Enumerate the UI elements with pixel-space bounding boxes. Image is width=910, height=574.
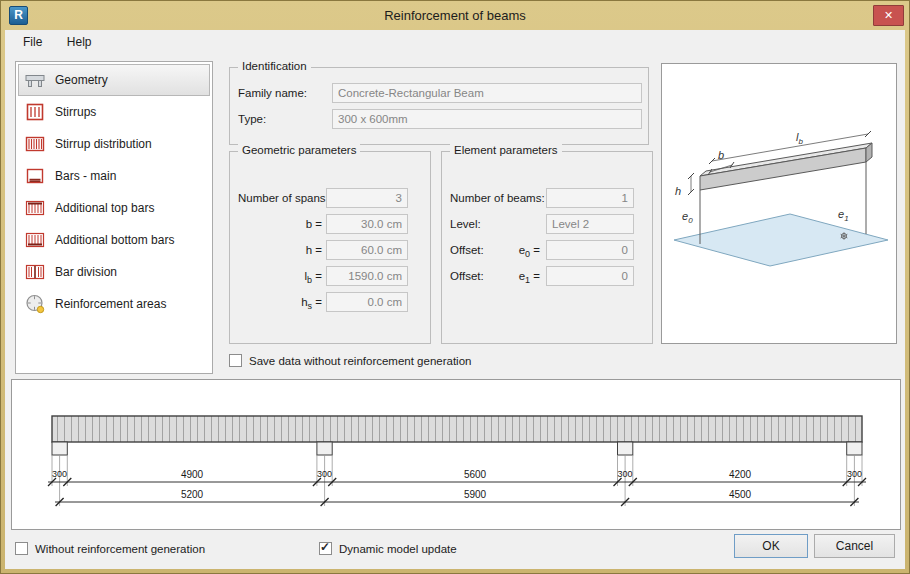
- sidebar-item-stirrups[interactable]: Stirrups: [18, 96, 210, 128]
- support-3: [618, 442, 633, 455]
- family-name-label: Family name:: [238, 87, 307, 99]
- b-dim-label: b: [718, 149, 724, 161]
- menu-item-help[interactable]: Help: [57, 30, 102, 54]
- sidebar-item-label: Geometry: [55, 73, 108, 87]
- checkmark-icon: ✓: [320, 540, 330, 554]
- without-reinforcement-checkbox-label: Without reinforcement generation: [35, 543, 205, 555]
- cancel-button[interactable]: Cancel: [814, 534, 895, 558]
- sidebar-item-label: Reinforcement areas: [55, 297, 166, 311]
- checkbox-box: [229, 354, 242, 367]
- without-reinforcement-checkbox[interactable]: Without reinforcement generation: [15, 542, 205, 555]
- b-label: b =: [238, 218, 322, 233]
- dim-axis-span-1: 5200: [181, 489, 204, 500]
- beam-elevation-drawing: 300 4900 300 5600 300 4200 300 5200 5900…: [12, 380, 900, 529]
- additional-bottom-bars-icon: [24, 229, 46, 251]
- lb-label: lb =: [238, 270, 322, 285]
- h-field: [326, 240, 408, 260]
- sidebar-item-reinforcement-areas[interactable]: Reinforcement areas: [18, 288, 210, 320]
- dim-axis-span-2: 5900: [464, 489, 487, 500]
- e0-dim-label: e0: [682, 210, 693, 225]
- menu-item-file[interactable]: File: [13, 30, 52, 54]
- save-data-checkbox[interactable]: Save data without reinforcement generati…: [229, 354, 471, 367]
- identification-group-title: Identification: [238, 60, 311, 72]
- level-field: [546, 214, 634, 234]
- beam-3d-preview: b lb h e0 e1: [662, 64, 896, 343]
- dim-clear-span-1: 4900: [181, 469, 204, 480]
- number-of-spans-label: Number of spans:: [238, 192, 329, 204]
- sidebar: Geometry Stirrups Stirrup distribution: [15, 61, 213, 374]
- sidebar-item-bar-division[interactable]: Bar division: [18, 256, 210, 288]
- sidebar-item-bars-main[interactable]: Bars - main: [18, 160, 210, 192]
- support-2: [317, 442, 332, 455]
- dim-support-4: 300: [847, 469, 862, 479]
- number-of-spans-field: [326, 188, 408, 208]
- beam-body: [52, 416, 862, 442]
- hs-label: hs =: [238, 296, 322, 311]
- sidebar-item-label: Additional top bars: [55, 201, 154, 215]
- dim-clear-span-3: 4200: [729, 469, 752, 480]
- elevation-panel: 300 4900 300 5600 300 4200 300 5200 5900…: [11, 379, 901, 530]
- dialog-content: File Help Geometry Stirrups: [5, 30, 905, 569]
- dim-support-1: 300: [52, 469, 67, 479]
- dim-support-2: 300: [317, 469, 332, 479]
- stirrups-icon: [24, 101, 46, 123]
- close-button[interactable]: ✕: [873, 5, 904, 26]
- close-icon: ✕: [884, 9, 893, 21]
- hs-field: [326, 292, 408, 312]
- offset-e1-field: [546, 266, 634, 286]
- sidebar-item-additional-bottom-bars[interactable]: Additional bottom bars: [18, 224, 210, 256]
- bars-main-icon: [24, 165, 46, 187]
- stirrup-distribution-icon: [24, 133, 46, 155]
- checkbox-box: ✓: [319, 542, 332, 555]
- element-parameters-group: Element parameters Number of beams: Leve…: [441, 151, 653, 344]
- sidebar-item-label: Additional bottom bars: [55, 233, 174, 247]
- checkbox-box: [15, 542, 28, 555]
- sidebar-item-additional-top-bars[interactable]: Additional top bars: [18, 192, 210, 224]
- h-dim-label: h: [675, 185, 681, 197]
- b-field: [326, 214, 408, 234]
- ok-button[interactable]: OK: [734, 534, 808, 558]
- sidebar-item-label: Stirrup distribution: [55, 137, 152, 151]
- level-plane: [674, 214, 888, 266]
- support-4: [847, 442, 862, 455]
- window-title: Reinforcement of beams: [1, 8, 909, 23]
- number-of-beams-field: [546, 188, 634, 208]
- dynamic-model-update-checkbox[interactable]: ✓ Dynamic model update: [319, 542, 457, 555]
- geometric-parameters-group: Geometric parameters Number of spans: b …: [229, 151, 431, 344]
- lb-field: [326, 266, 408, 286]
- bar-division-icon: [24, 261, 46, 283]
- sidebar-item-label: Bars - main: [55, 169, 116, 183]
- e1-symbol-label: e1 =: [498, 270, 540, 285]
- level-label: Level:: [450, 218, 481, 230]
- sidebar-item-stirrup-distribution[interactable]: Stirrup distribution: [18, 128, 210, 160]
- title-bar: R Reinforcement of beams ✕: [1, 1, 909, 29]
- e0-symbol-label: e0 =: [498, 244, 540, 259]
- sidebar-item-geometry[interactable]: Geometry: [18, 64, 210, 96]
- menu-bar: File Help: [5, 30, 905, 56]
- geometry-icon: [24, 69, 46, 91]
- offset-e0-field: [546, 240, 634, 260]
- geometric-parameters-title: Geometric parameters: [238, 144, 360, 156]
- element-parameters-title: Element parameters: [450, 144, 562, 156]
- support-1: [52, 442, 67, 455]
- h-label: h =: [238, 244, 322, 259]
- dim-axis-span-3: 4500: [729, 489, 752, 500]
- family-name-field: [332, 83, 642, 103]
- dynamic-model-update-checkbox-label: Dynamic model update: [339, 543, 457, 555]
- dim-support-3: 300: [618, 469, 633, 479]
- offset-e0-label: Offset:: [450, 244, 484, 256]
- additional-top-bars-icon: [24, 197, 46, 219]
- type-label: Type:: [238, 113, 266, 125]
- number-of-beams-label: Number of beams:: [450, 192, 545, 204]
- offset-e1-label: Offset:: [450, 270, 484, 282]
- preview-panel: b lb h e0 e1: [661, 63, 897, 344]
- reinforcement-areas-icon: [24, 293, 46, 315]
- identification-group: Identification Family name: Type:: [229, 67, 649, 145]
- dim-clear-span-2: 5600: [464, 469, 487, 480]
- sidebar-item-label: Stirrups: [55, 105, 96, 119]
- dialog-window: R Reinforcement of beams ✕ File Help Geo…: [0, 0, 910, 574]
- e1-dim-label: e1: [838, 208, 849, 223]
- sidebar-item-label: Bar division: [55, 265, 117, 279]
- type-field: [332, 109, 642, 129]
- lb-dim-label: lb: [796, 131, 803, 146]
